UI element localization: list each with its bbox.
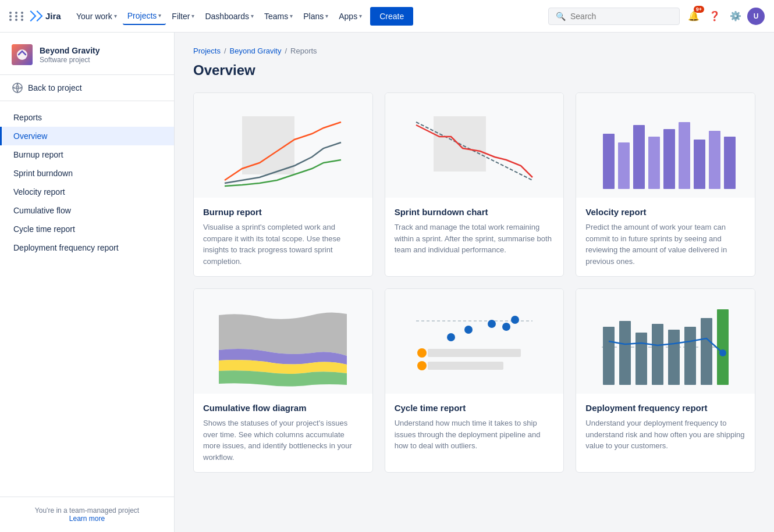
svg-point-25 <box>417 361 427 370</box>
avatar[interactable]: U <box>747 8 765 25</box>
sidebar-item-reports[interactable]: Reports <box>0 108 174 127</box>
sidebar-project-header: Beyond Gravity Software project <box>0 33 174 75</box>
svg-point-20 <box>447 333 455 341</box>
nav-filter[interactable]: Filter ▾ <box>167 8 199 24</box>
cycle-time-preview <box>385 289 564 394</box>
chevron-down-icon: ▾ <box>251 13 254 19</box>
sidebar-item-sprint-burndown[interactable]: Sprint burndown <box>0 164 174 183</box>
sidebar-item-overview[interactable]: Overview <box>0 127 174 145</box>
burnup-title: Burnup report <box>203 207 363 217</box>
sprint-burndown-card[interactable]: Sprint burndown chart Track and manage t… <box>385 92 564 277</box>
cumulative-flow-card[interactable]: Cumulative flow diagram Shows the status… <box>193 288 373 473</box>
svg-rect-23 <box>428 362 503 370</box>
deployment-chart <box>590 298 741 394</box>
deployment-desc: Understand your deployment frequency to … <box>585 417 745 452</box>
sprint-burndown-body: Sprint burndown chart Track and manage t… <box>385 198 564 265</box>
cumulative-flow-desc: Shows the statuses of your project's iss… <box>203 417 363 463</box>
breadcrumb-reports: Reports <box>290 47 317 55</box>
sidebar-nav: Reports Overview Burnup report Sprint bu… <box>0 101 174 497</box>
burnup-desc: Visualise a sprint's completed work and … <box>203 222 363 267</box>
cumulative-flow-title: Cumulative flow diagram <box>203 403 363 413</box>
svg-text:Jira: Jira <box>45 11 61 21</box>
velocity-title: Velocity report <box>585 207 745 217</box>
deployment-body: Deployment frequency report Understand y… <box>576 394 755 461</box>
create-button[interactable]: Create <box>370 7 413 26</box>
help-button[interactable]: ❓ <box>705 7 724 26</box>
nav-plans[interactable]: Plans ▾ <box>299 8 333 24</box>
app-logo[interactable]: Jira <box>9 9 67 23</box>
jira-logo[interactable]: Jira <box>29 9 67 23</box>
chevron-down-icon: ▾ <box>290 13 293 19</box>
search-icon: 🔍 <box>556 12 566 21</box>
search-input[interactable] <box>570 12 672 21</box>
nav-projects[interactable]: Projects ▾ <box>123 8 166 25</box>
svg-point-24 <box>417 348 427 358</box>
sidebar-item-cumulative-flow[interactable]: Cumulative flow <box>0 201 174 220</box>
svg-point-21 <box>502 323 510 331</box>
nav-items: Your work ▾ Projects ▾ Filter ▾ Dashboar… <box>72 7 413 26</box>
svg-rect-10 <box>648 137 660 189</box>
sidebar-learn-more-link[interactable]: Learn more <box>12 515 162 523</box>
nav-apps[interactable]: Apps ▾ <box>334 8 367 24</box>
sidebar-item-burnup[interactable]: Burnup report <box>0 145 174 164</box>
reports-grid: Burnup report Visualise a sprint's compl… <box>193 92 755 473</box>
breadcrumb-beyond-gravity[interactable]: Beyond Gravity <box>230 47 282 55</box>
velocity-card[interactable]: Velocity report Predict the amount of wo… <box>576 92 755 277</box>
cycle-time-desc: Understand how much time it takes to shi… <box>395 417 555 452</box>
project-icon <box>12 44 33 65</box>
breadcrumb-projects[interactable]: Projects <box>193 47 221 55</box>
svg-rect-27 <box>603 327 615 385</box>
page-title: Overview <box>193 62 755 78</box>
svg-rect-8 <box>618 142 630 189</box>
svg-rect-7 <box>603 134 615 189</box>
svg-point-35 <box>719 349 726 356</box>
svg-rect-13 <box>694 140 705 189</box>
deployment-title: Deployment frequency report <box>585 403 745 413</box>
burnup-card[interactable]: Burnup report Visualise a sprint's compl… <box>193 92 373 277</box>
burnup-preview <box>194 93 372 198</box>
svg-point-17 <box>464 326 473 334</box>
svg-rect-29 <box>635 333 647 385</box>
settings-button[interactable]: ⚙️ <box>726 7 745 26</box>
burnup-body: Burnup report Visualise a sprint's compl… <box>194 198 372 276</box>
nav-actions: 🔔 9+ ❓ ⚙️ U <box>684 7 765 26</box>
svg-rect-28 <box>619 321 631 385</box>
nav-dashboards[interactable]: Dashboards ▾ <box>200 8 258 24</box>
velocity-chart <box>590 105 741 198</box>
chevron-down-icon: ▾ <box>191 13 194 19</box>
breadcrumb: Projects / Beyond Gravity / Reports <box>193 47 755 55</box>
svg-rect-14 <box>709 131 720 189</box>
cumulative-flow-body: Cumulative flow diagram Shows the status… <box>194 394 372 472</box>
project-info: Beyond Gravity Software project <box>40 45 100 64</box>
cycle-time-card[interactable]: Cycle time report Understand how much ti… <box>385 288 564 473</box>
cycle-time-title: Cycle time report <box>395 403 555 413</box>
sidebar: Beyond Gravity Software project Back to … <box>0 33 175 532</box>
back-to-project[interactable]: Back to project <box>0 75 174 101</box>
help-icon: ❓ <box>709 10 720 22</box>
sidebar-item-velocity[interactable]: Velocity report <box>0 183 174 201</box>
svg-rect-12 <box>679 122 690 189</box>
burnup-chart <box>207 105 358 198</box>
chevron-down-icon: ▾ <box>359 13 362 19</box>
gear-icon: ⚙️ <box>730 10 741 22</box>
sidebar-footer-text: You're in a team-managed project <box>12 506 162 515</box>
project-type: Software project <box>40 56 100 64</box>
svg-rect-34 <box>717 309 729 385</box>
search-bar[interactable]: 🔍 <box>548 8 680 25</box>
deployment-card[interactable]: Deployment frequency report Understand y… <box>576 288 755 473</box>
sidebar-item-deployment[interactable]: Deployment frequency report <box>0 238 174 257</box>
notifications-button[interactable]: 🔔 9+ <box>684 7 703 26</box>
project-name: Beyond Gravity <box>40 45 100 56</box>
top-navigation: Jira Your work ▾ Projects ▾ Filter ▾ Das… <box>0 0 774 33</box>
nav-your-work[interactable]: Your work ▾ <box>72 8 122 24</box>
chevron-down-icon: ▾ <box>325 13 328 19</box>
apps-grid-icon[interactable] <box>9 12 26 21</box>
cumulative-flow-chart <box>207 298 358 394</box>
sprint-burndown-title: Sprint burndown chart <box>395 207 555 217</box>
nav-teams[interactable]: Teams ▾ <box>260 8 297 24</box>
sprint-burndown-chart <box>399 105 550 198</box>
chevron-down-icon: ▾ <box>158 12 161 19</box>
svg-rect-31 <box>668 330 680 385</box>
velocity-desc: Predict the amount of work your team can… <box>585 222 745 267</box>
sidebar-item-cycle-time[interactable]: Cycle time report <box>0 220 174 238</box>
